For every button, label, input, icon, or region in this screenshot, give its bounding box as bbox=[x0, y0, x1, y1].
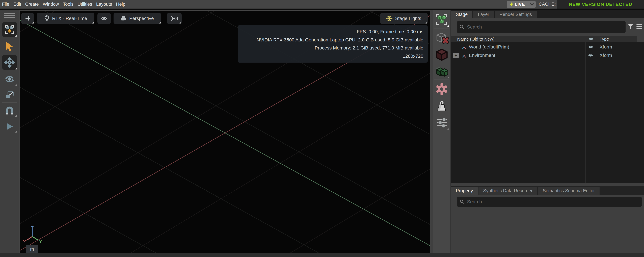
viewport-3d[interactable]: RTX - Real-Time Perspective bbox=[19, 10, 430, 253]
snap-tool-button[interactable] bbox=[2, 104, 17, 117]
property-tabbar: Property Synthetic Data Recorder Semanti… bbox=[451, 186, 644, 194]
multi-select-cubes-button[interactable] bbox=[434, 12, 449, 27]
play-button[interactable] bbox=[2, 120, 17, 133]
expand-toggle[interactable]: + bbox=[453, 53, 459, 58]
resolution-stat: 1280x720 bbox=[403, 54, 423, 59]
gear-icon bbox=[435, 82, 448, 96]
tab-property[interactable]: Property bbox=[451, 187, 478, 194]
column-divider bbox=[597, 42, 597, 183]
lightning-bolt-icon bbox=[510, 1, 514, 8]
prim-name[interactable]: Environment bbox=[469, 53, 644, 58]
renderer-label: RTX - Real-Time bbox=[52, 16, 87, 21]
menu-create[interactable]: Create bbox=[23, 0, 41, 8]
search-icon bbox=[460, 200, 464, 204]
menu-window[interactable]: Window bbox=[41, 0, 61, 8]
remove-collider-button[interactable] bbox=[434, 31, 449, 46]
selection-cubes-icon bbox=[4, 24, 15, 35]
toolbar-separator bbox=[434, 28, 449, 29]
live-dropdown-button[interactable] bbox=[528, 1, 536, 8]
viewport-settings-button[interactable] bbox=[21, 13, 34, 24]
live-label: LIVE bbox=[515, 2, 525, 7]
tab-synthetic-data-recorder[interactable]: Synthetic Data Recorder bbox=[478, 187, 537, 194]
physics-settings-button[interactable] bbox=[434, 82, 449, 97]
camera-button[interactable]: Perspective bbox=[114, 13, 161, 24]
stage-options-button[interactable] bbox=[636, 23, 643, 29]
solid-collider-button[interactable] bbox=[434, 47, 449, 62]
tab-semantics-schema-editor[interactable]: Semantics Schema Editor bbox=[538, 187, 600, 194]
toolbar-drag-handle[interactable] bbox=[4, 12, 15, 19]
menu-tools[interactable]: Tools bbox=[61, 0, 76, 8]
viewport-stats-overlay: FPS: 0.00, Frame time: 0.00 ms NVIDIA RT… bbox=[238, 25, 428, 62]
lightbulb-icon bbox=[44, 15, 50, 22]
column-visibility-icon[interactable] bbox=[588, 36, 594, 41]
adjust-sliders-icon bbox=[436, 116, 448, 129]
prim-name[interactable]: World (defaultPrim) bbox=[469, 44, 644, 50]
column-type-header[interactable]: Type bbox=[600, 36, 609, 42]
select-tool-button[interactable] bbox=[2, 39, 17, 54]
chevron-down-icon bbox=[530, 3, 534, 6]
prim-type: Xform bbox=[600, 44, 612, 50]
tab-stage[interactable]: Stage bbox=[451, 11, 472, 18]
magnet-icon bbox=[4, 105, 14, 116]
cache-label: CACHE: bbox=[539, 0, 556, 8]
stage-panel: Stage Layer Render Settings bbox=[451, 10, 644, 183]
physics-sliders-button[interactable] bbox=[434, 115, 449, 130]
stage-search-row bbox=[451, 18, 644, 36]
rotate-tool-button[interactable] bbox=[2, 72, 17, 86]
selection-mode-button[interactable] bbox=[2, 22, 17, 37]
cursor-arrow-icon bbox=[5, 42, 14, 52]
eye-icon bbox=[588, 36, 594, 41]
property-panel: Property Synthetic Data Recorder Semanti… bbox=[451, 186, 644, 253]
broadcast-waves-icon bbox=[171, 16, 178, 22]
solid-cube-icon bbox=[435, 48, 449, 62]
eye-icon bbox=[588, 53, 594, 58]
menu-edit[interactable]: Edit bbox=[12, 0, 23, 8]
camera-label: Perspective bbox=[129, 16, 154, 21]
green-cubes-icon bbox=[435, 64, 449, 78]
renderer-button[interactable]: RTX - Real-Time bbox=[37, 13, 94, 24]
menu-utilities[interactable]: Utilities bbox=[76, 0, 94, 8]
xform-axis-icon bbox=[462, 44, 466, 50]
window-bottom-strip bbox=[0, 253, 644, 257]
broadcast-button[interactable] bbox=[167, 13, 182, 24]
visibility-toggle[interactable] bbox=[588, 44, 594, 50]
toolbar-separator bbox=[434, 80, 449, 80]
scale-tool-button[interactable] bbox=[2, 88, 17, 102]
scale-icon bbox=[4, 90, 14, 100]
visibility-toggle[interactable] bbox=[588, 53, 594, 58]
xform-axis-icon bbox=[462, 53, 466, 58]
column-divider bbox=[585, 42, 586, 183]
property-search-input[interactable] bbox=[467, 199, 639, 205]
tab-render-settings[interactable]: Render Settings bbox=[495, 11, 537, 18]
filter-button[interactable] bbox=[627, 23, 634, 30]
gizmo-x-label: X bbox=[23, 240, 26, 244]
gizmo-z-label: Z bbox=[31, 224, 34, 228]
stage-lights-button[interactable]: Stage Lights bbox=[380, 13, 428, 24]
camera-icon bbox=[121, 16, 126, 21]
stage-search-input[interactable] bbox=[467, 24, 623, 30]
move-arrows-icon bbox=[4, 57, 15, 68]
visibility-button[interactable] bbox=[98, 13, 111, 24]
stage-light-icon bbox=[386, 16, 392, 22]
column-name-header[interactable]: Name (Old to New) bbox=[457, 36, 636, 42]
tree-row-environment[interactable]: + Environment Xform bbox=[451, 51, 644, 60]
mesh-collider-button[interactable] bbox=[434, 64, 449, 78]
omniverse-window: File Edit Create Window Tools Utilities … bbox=[0, 0, 644, 257]
play-icon bbox=[5, 122, 14, 131]
prim-type: Xform bbox=[600, 53, 612, 58]
move-tool-button[interactable] bbox=[2, 55, 17, 70]
property-search-field[interactable] bbox=[457, 197, 642, 207]
mass-tool-button[interactable] bbox=[434, 99, 449, 114]
toolbar-separator bbox=[2, 102, 17, 103]
gizmo-y-label: Y bbox=[39, 239, 42, 244]
units-button[interactable]: m bbox=[26, 245, 38, 253]
tree-row-world[interactable]: World (defaultPrim) Xform bbox=[451, 43, 644, 51]
stage-search-field[interactable] bbox=[457, 21, 626, 33]
menu-layouts[interactable]: Layouts bbox=[94, 0, 114, 8]
menu-help[interactable]: Help bbox=[114, 0, 128, 8]
tab-layer[interactable]: Layer bbox=[473, 11, 494, 18]
eye-icon bbox=[101, 16, 107, 21]
menu-file[interactable]: File bbox=[0, 0, 12, 8]
search-icon bbox=[460, 24, 464, 30]
live-sync-button[interactable]: LIVE bbox=[507, 1, 528, 8]
